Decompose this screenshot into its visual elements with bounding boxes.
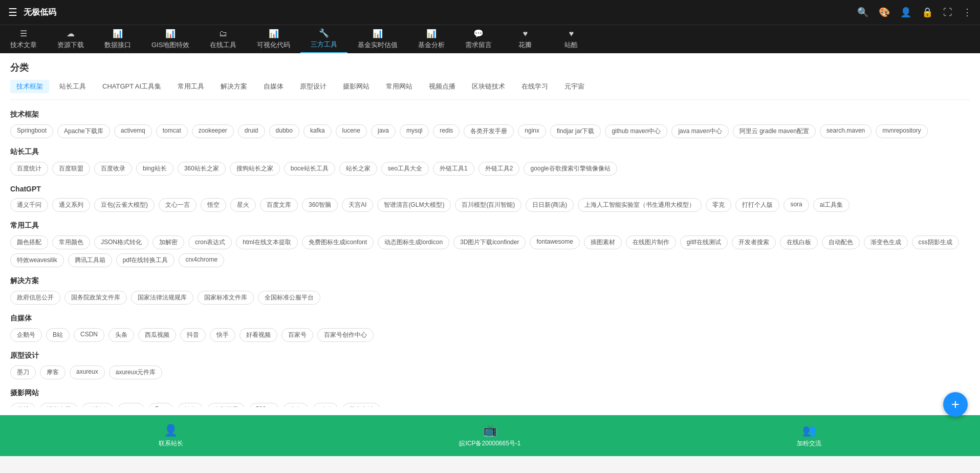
tag[interactable]: mvnrepository bbox=[876, 124, 927, 138]
tag[interactable]: 政府信息公开 bbox=[10, 291, 60, 305]
cat-item-基金实时估值[interactable]: 📊基金实时估值 bbox=[347, 25, 408, 53]
tag[interactable]: 西瓜视频 bbox=[138, 328, 176, 342]
search-icon[interactable]: 🔍 bbox=[857, 7, 868, 18]
person-icon[interactable]: 👤 bbox=[900, 7, 911, 18]
tag[interactable]: 百度联盟 bbox=[52, 162, 90, 176]
tag[interactable]: 天宫AI bbox=[342, 198, 373, 212]
filter-tab[interactable]: 常用网站 bbox=[380, 80, 419, 93]
tag[interactable]: 上海人工智能实验室（书生通用大模型） bbox=[578, 198, 702, 212]
tag[interactable]: 她影响 bbox=[82, 403, 114, 407]
tag[interactable]: kafka bbox=[303, 124, 332, 138]
tag[interactable]: 日日新(商汤) bbox=[526, 198, 574, 212]
cat-item-需求留言[interactable]: 💬需求留言 bbox=[455, 25, 502, 53]
tag[interactable]: 在线图片制作 bbox=[626, 235, 676, 249]
filter-tab[interactable]: CHATGPT AI工具集 bbox=[96, 80, 167, 93]
tag[interactable]: boce站长工具 bbox=[284, 162, 335, 176]
tag[interactable]: 特效weavesilik bbox=[10, 253, 64, 267]
tag[interactable]: 开发者搜索 bbox=[732, 235, 776, 249]
cat-item-技术文章[interactable]: ☰技术文章 bbox=[0, 25, 47, 53]
tag[interactable]: CSDN bbox=[74, 328, 104, 342]
tag[interactable]: 动态图标生成lordicon bbox=[378, 235, 449, 249]
tag[interactable]: 大作 bbox=[283, 403, 309, 407]
cat-item-站酷[interactable]: ♥站酷 bbox=[548, 25, 594, 53]
tag[interactable]: 企鹅号 bbox=[10, 328, 42, 342]
tag[interactable]: java maven中心 bbox=[671, 124, 728, 138]
bottom-bar-item[interactable]: 👥加粉交流 bbox=[797, 424, 821, 448]
hamburger-icon[interactable]: ☰ bbox=[8, 6, 17, 18]
tag[interactable]: axureux元件库 bbox=[109, 365, 163, 379]
tag[interactable]: 头条 bbox=[108, 328, 134, 342]
tag[interactable]: 星火 bbox=[230, 198, 256, 212]
tag[interactable]: 悟空 bbox=[201, 198, 226, 212]
tag[interactable]: activemq bbox=[114, 124, 152, 138]
lock-icon[interactable]: 🔒 bbox=[922, 7, 933, 18]
cat-item-数据接口[interactable]: 📊数据接口 bbox=[94, 25, 141, 53]
fullscreen-icon[interactable]: ⛶ bbox=[943, 7, 952, 18]
tag[interactable]: 在线白板 bbox=[780, 235, 818, 249]
tag[interactable]: 色影无忌 bbox=[207, 403, 245, 407]
tag[interactable]: crx4chrome bbox=[179, 253, 224, 267]
tag[interactable]: seo工具大全 bbox=[381, 162, 429, 176]
tag[interactable]: 摩客 bbox=[40, 365, 66, 379]
tag[interactable]: bing站长 bbox=[136, 162, 173, 176]
tag[interactable]: 外链工具1 bbox=[433, 162, 474, 176]
cat-item-可视化代码[interactable]: 📊可视化代码 bbox=[247, 25, 300, 53]
bottom-bar-item[interactable]: 👤联系站长 bbox=[159, 424, 183, 448]
palette-icon[interactable]: 🎨 bbox=[879, 7, 890, 18]
tag[interactable]: google谷歌搜索引擎镜像像站 bbox=[524, 162, 617, 176]
filter-tab[interactable]: 视频点播 bbox=[423, 80, 462, 93]
tag[interactable]: cron表达式 bbox=[188, 235, 232, 249]
tag[interactable]: zookeeper bbox=[192, 124, 234, 138]
tag[interactable]: 各类开发手册 bbox=[464, 124, 514, 138]
tag[interactable]: 7mx bbox=[148, 403, 173, 407]
fab-button[interactable]: + bbox=[943, 392, 968, 417]
tag[interactable]: tomcat bbox=[156, 124, 188, 138]
tag[interactable]: 天空之城 bbox=[342, 403, 380, 407]
filter-tab[interactable]: 自媒体 bbox=[257, 80, 290, 93]
tag[interactable]: 腾讯工具箱 bbox=[68, 253, 112, 267]
tag[interactable]: 自动配色 bbox=[822, 235, 860, 249]
filter-tab[interactable]: 解决方案 bbox=[214, 80, 253, 93]
tag[interactable]: axureux bbox=[70, 365, 105, 379]
tag[interactable]: 百家号创作中心 bbox=[317, 328, 374, 342]
tag[interactable]: 通义千问 bbox=[10, 198, 48, 212]
tag[interactable]: nginx bbox=[518, 124, 546, 138]
tag[interactable]: search.maven bbox=[820, 124, 872, 138]
tag[interactable]: 插图素材 bbox=[584, 235, 622, 249]
tag[interactable]: 文心一言 bbox=[159, 198, 197, 212]
tag[interactable]: html在线文本提取 bbox=[236, 235, 298, 249]
tag[interactable]: 国务院政策文件库 bbox=[64, 291, 127, 305]
tag[interactable]: findjar jar下载 bbox=[550, 124, 601, 138]
tag[interactable]: 墨刀 bbox=[10, 365, 36, 379]
tag[interactable]: poco bbox=[118, 403, 144, 407]
cat-item-基金分析[interactable]: 📊基金分析 bbox=[408, 25, 455, 53]
tag[interactable]: 站长之家 bbox=[339, 162, 377, 176]
tag[interactable]: Springboot bbox=[10, 124, 53, 138]
tag[interactable]: 零克 bbox=[706, 198, 731, 212]
tag[interactable]: 打打个人版 bbox=[735, 198, 779, 212]
more-icon[interactable]: ⋮ bbox=[963, 7, 972, 18]
tag[interactable]: 颜色搭配 bbox=[10, 235, 48, 249]
tag[interactable]: 抖音 bbox=[180, 328, 206, 342]
filter-tab[interactable]: 技术框架 bbox=[10, 80, 49, 93]
filter-tab[interactable]: 区块链技术 bbox=[466, 80, 511, 93]
tag[interactable]: JSON格式转化 bbox=[94, 235, 148, 249]
tag[interactable]: redis bbox=[433, 124, 460, 138]
cat-item-在线工具[interactable]: 🗂在线工具 bbox=[200, 25, 247, 53]
tag[interactable]: 加解密 bbox=[153, 235, 184, 249]
tag[interactable]: 百度收录 bbox=[94, 162, 132, 176]
tag[interactable]: 国家法律法规规库 bbox=[131, 291, 193, 305]
tag[interactable]: dubbo bbox=[269, 124, 299, 138]
tag[interactable]: 阿里云 gradle maven配置 bbox=[733, 124, 816, 138]
tag[interactable]: 百度文库 bbox=[260, 198, 298, 212]
tag[interactable]: 搜狗站长之家 bbox=[230, 162, 280, 176]
tag[interactable]: 500px bbox=[249, 403, 279, 407]
tag[interactable]: gitlf在线测试 bbox=[680, 235, 728, 249]
tag[interactable]: github maven中心 bbox=[605, 124, 667, 138]
tag[interactable]: 百家号 bbox=[281, 328, 313, 342]
tag[interactable]: 渐变色生成 bbox=[864, 235, 908, 249]
filter-tab[interactable]: 站长工具 bbox=[53, 80, 92, 93]
tag[interactable]: 百度统计 bbox=[10, 162, 48, 176]
filter-tab[interactable]: 在线学习 bbox=[515, 80, 554, 93]
filter-tab[interactable]: 原型设计 bbox=[294, 80, 333, 93]
